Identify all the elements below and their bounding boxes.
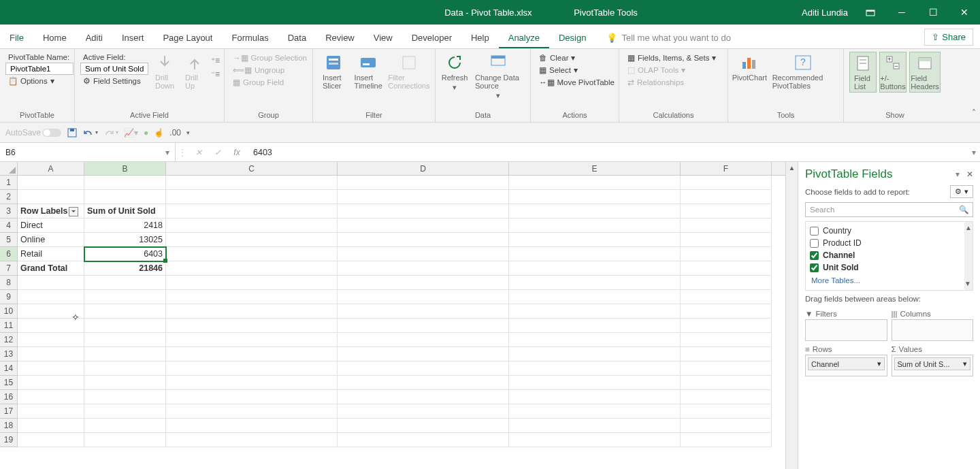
cell[interactable]: 2418 [84, 219, 166, 233]
cell[interactable] [18, 304, 84, 319]
cell[interactable] [509, 204, 681, 219]
cell[interactable] [18, 404, 84, 419]
col-header-c[interactable]: C [166, 162, 338, 175]
field-unit-sold[interactable]: Unit Sold [807, 261, 971, 274]
field-search-input[interactable]: Search🔍 [805, 202, 973, 217]
cell[interactable] [338, 361, 509, 376]
group-field-button[interactable]: ▦Group Field [230, 76, 307, 88]
cell[interactable] [509, 361, 681, 376]
qat-chart-icon[interactable]: 📈▾ [124, 128, 138, 138]
undo-button[interactable]: ▾ [83, 128, 98, 138]
scroll-up-icon[interactable]: ▲ [964, 222, 973, 234]
pivottable-name-input[interactable] [5, 63, 74, 75]
close-button[interactable]: ✕ [949, 0, 980, 25]
cell-grand-total-label[interactable]: Grand Total [18, 261, 84, 276]
values-dropzone[interactable]: Sum of Unit S...▾ [892, 355, 974, 376]
relationships-button[interactable]: ⇄Relationships [625, 76, 722, 88]
drill-down-button[interactable]: Drill Down [151, 52, 178, 91]
cell[interactable] [681, 219, 772, 233]
area-columns[interactable]: |||Columns [892, 310, 974, 341]
row-header[interactable]: 5 [0, 233, 18, 247]
tab-analyze[interactable]: Analyze [499, 33, 549, 48]
row-header[interactable]: 17 [0, 404, 18, 419]
row-header[interactable]: 8 [0, 276, 18, 290]
cell[interactable] [338, 233, 509, 247]
vertical-scrollbar[interactable]: ▲ [785, 162, 798, 469]
cell[interactable] [338, 290, 509, 304]
save-button[interactable] [67, 127, 78, 138]
cell[interactable] [509, 404, 681, 419]
cell[interactable] [338, 219, 509, 233]
cell[interactable] [338, 276, 509, 290]
cell[interactable] [338, 304, 509, 319]
rows-dropzone[interactable]: Channel▾ [805, 355, 887, 376]
cell[interactable] [338, 433, 509, 447]
cell[interactable] [338, 376, 509, 390]
cell[interactable] [84, 290, 166, 304]
field-country[interactable]: Country [807, 225, 971, 237]
cell[interactable] [166, 176, 338, 190]
cell[interactable] [18, 333, 84, 347]
cell[interactable] [18, 290, 84, 304]
select-all-button[interactable] [0, 162, 18, 175]
tab-view[interactable]: View [364, 33, 402, 48]
cell[interactable] [84, 190, 166, 204]
row-header[interactable]: 2 [0, 190, 18, 204]
area-filters[interactable]: ▼Filters [805, 310, 887, 341]
area-rows[interactable]: ≡Rows Channel▾ [805, 345, 887, 376]
cell[interactable] [338, 333, 509, 347]
qat-customize-icon[interactable]: ▾ [186, 129, 190, 136]
refresh-button[interactable]: Refresh▾ [441, 52, 468, 93]
cell[interactable] [166, 419, 338, 433]
enter-formula-button[interactable]: ✓ [208, 148, 227, 157]
row-header[interactable]: 14 [0, 361, 18, 376]
col-header-e[interactable]: E [509, 162, 681, 175]
filters-dropzone[interactable] [805, 319, 887, 341]
worksheet[interactable]: A B C D E F 1 2 3Row LabelsSum of Unit S… [0, 162, 785, 469]
cell[interactable] [84, 419, 166, 433]
cell[interactable] [509, 290, 681, 304]
tab-insert[interactable]: Insert [112, 33, 154, 48]
cell[interactable]: 13025 [84, 233, 166, 247]
cell[interactable] [338, 261, 509, 276]
checkbox[interactable] [810, 239, 819, 248]
cell[interactable] [338, 190, 509, 204]
cell[interactable] [338, 347, 509, 361]
row-header[interactable]: 12 [0, 333, 18, 347]
field-list-button[interactable]: Field List [849, 52, 877, 93]
cell[interactable] [166, 276, 338, 290]
cell[interactable] [166, 247, 338, 261]
tab-help[interactable]: Help [461, 33, 499, 48]
cell[interactable]: Online [18, 233, 84, 247]
cell[interactable] [84, 276, 166, 290]
row-header[interactable]: 16 [0, 390, 18, 404]
col-header-f[interactable]: F [681, 162, 772, 175]
cell[interactable] [18, 276, 84, 290]
pane-tools-button[interactable]: ⚙▾ [950, 185, 973, 198]
tab-file[interactable]: File [0, 33, 33, 48]
more-tables-link[interactable]: More Tables... [807, 274, 971, 287]
qat-circle-icon[interactable]: ● [144, 128, 148, 138]
scroll-down-icon[interactable]: ▼ [964, 278, 971, 290]
row-header[interactable]: 11 [0, 319, 18, 333]
cell[interactable] [509, 390, 681, 404]
cell[interactable] [681, 204, 772, 219]
cell[interactable] [509, 304, 681, 319]
insert-slicer-button[interactable]: Insert Slicer [318, 52, 348, 91]
cell[interactable] [681, 390, 772, 404]
drill-up-button[interactable]: Drill Up [181, 52, 208, 91]
ungroup-button[interactable]: ⟸▦Ungroup [230, 64, 307, 76]
row-header[interactable]: 6 [0, 247, 18, 261]
formula-bar-value[interactable]: 6403 [246, 148, 272, 157]
tab-page-layout[interactable]: Page Layout [153, 33, 222, 48]
cell[interactable]: Direct [18, 219, 84, 233]
expand-field-icon[interactable]: ⁺≡ [211, 56, 220, 65]
row-header[interactable]: 10 [0, 304, 18, 319]
pivottable-options-button[interactable]: 📋Options ▾ [5, 75, 69, 87]
row-header[interactable]: 9 [0, 290, 18, 304]
cell[interactable] [166, 347, 338, 361]
field-headers-button[interactable]: Field Headers [909, 52, 941, 93]
cell[interactable] [18, 376, 84, 390]
cell[interactable] [509, 176, 681, 190]
tab-design[interactable]: Design [549, 33, 595, 48]
